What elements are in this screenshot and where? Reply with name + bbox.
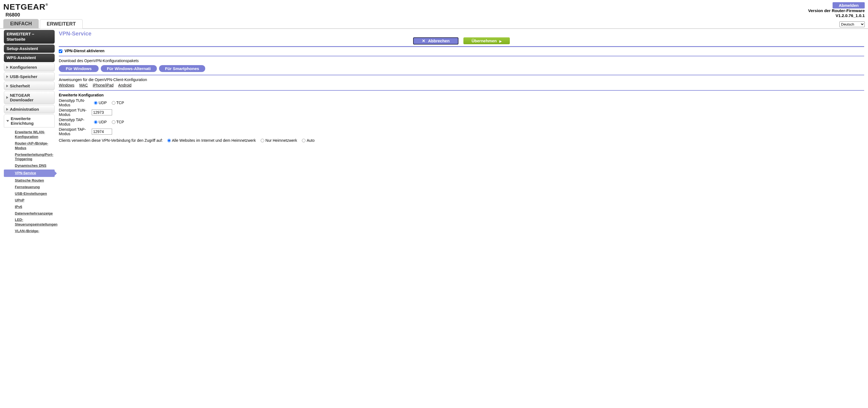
tap-tcp-radio[interactable] <box>112 120 115 124</box>
language-select[interactable]: Deutsch <box>839 22 865 27</box>
subnav-ipv6[interactable]: IPv6 <box>4 204 55 210</box>
subnav-static-routes[interactable]: Statische Routen <box>4 178 55 184</box>
close-icon: ✕ <box>422 38 426 43</box>
download-label: Download des OpenVPN-Konfigurationspaket… <box>59 59 864 63</box>
tun-tcp-label: TCP <box>117 100 124 105</box>
sidebar-configure[interactable]: Konfigurieren <box>4 63 55 71</box>
sidebar-wps-wizard[interactable]: WPS-Assistent <box>4 54 55 62</box>
subnav-router-mode[interactable]: Router-/AP-/Bridge-Modus <box>4 141 55 151</box>
subnav-vlan[interactable]: VLAN-/Bridge- <box>4 228 55 234</box>
subnav-upnp[interactable]: UPnP <box>4 197 55 203</box>
download-windows-alt-button[interactable]: Für Windows-Alternati <box>101 65 157 72</box>
download-windows-button[interactable]: Für Windows <box>59 65 99 72</box>
subnav-wlan[interactable]: Erweiterte WLAN-Konfiguration <box>4 129 55 140</box>
tun-tcp-radio[interactable] <box>112 101 115 105</box>
sidebar-subnav: Erweiterte WLAN-Konfiguration Router-/AP… <box>4 128 55 234</box>
link-windows[interactable]: Windows <box>59 83 74 87</box>
tap-port-input[interactable] <box>92 129 112 135</box>
chevron-right-icon <box>6 85 8 87</box>
instructions-label: Anweisungen für die OpenVPN-Client-Konfi… <box>59 77 864 82</box>
chevron-right-icon <box>6 108 8 111</box>
subnav-remote[interactable]: Fernsteuerung <box>4 184 55 190</box>
download-smartphones-button[interactable]: Für Smartphones <box>159 65 205 72</box>
sidebar-advanced-setup[interactable]: Erweiterte Einrichtung <box>4 114 55 127</box>
sidebar-administration[interactable]: Administration <box>4 105 55 114</box>
sidebar-setup-wizard[interactable]: Setup-Assistent <box>4 44 55 53</box>
tun-udp-radio[interactable] <box>94 101 97 105</box>
page-title: VPN-Service <box>59 31 864 37</box>
link-iphone[interactable]: iPhone/iPad <box>93 83 114 87</box>
sidebar-usb[interactable]: USB-Speicher <box>4 72 55 81</box>
subnav-led[interactable]: LED-Steuerungseinstellungen <box>4 217 55 227</box>
subnav-ddns[interactable]: Dynamisches DNS <box>4 163 55 169</box>
tap-port-label: Dienstport TAP-Modus <box>59 127 92 136</box>
access-home-label: Nur Heimnetzwerk <box>265 138 297 143</box>
firmware-info: Version der Router-Firmware V1.2.0.76_1.… <box>808 8 865 18</box>
tun-type-label: Diensttyp TUN-Modus <box>59 98 92 107</box>
tap-udp-radio[interactable] <box>94 120 97 124</box>
link-android[interactable]: Android <box>118 83 131 87</box>
sidebar: ERWEITERT – Startseite Setup-Assistent W… <box>0 29 55 235</box>
enable-vpn-label: VPN-Dienst aktivieren <box>65 49 105 53</box>
tap-tcp-label: TCP <box>117 120 124 124</box>
apply-button[interactable]: Übernehmen▶ <box>463 37 510 44</box>
chevron-right-icon <box>6 66 8 69</box>
enable-vpn-checkbox[interactable] <box>59 50 62 53</box>
chevron-right-icon <box>6 96 8 99</box>
tun-udp-label: UDP <box>99 100 107 105</box>
access-auto-label: Auto <box>307 138 314 143</box>
tap-udp-label: UDP <box>99 120 107 124</box>
chevron-down-icon <box>6 120 9 122</box>
access-auto-radio[interactable] <box>302 139 305 142</box>
sidebar-home[interactable]: ERWEITERT – Startseite <box>4 30 55 44</box>
tap-type-label: Diensttyp TAP-Modus <box>59 118 92 126</box>
access-home-radio[interactable] <box>261 139 264 142</box>
logout-button[interactable]: Abmelden <box>833 2 865 8</box>
model-label: R6800 <box>5 12 865 18</box>
arrow-right-icon: ▶ <box>499 39 502 43</box>
access-all-radio[interactable] <box>167 139 171 142</box>
subnav-usb-settings[interactable]: USB-Einstellungen <box>4 191 55 197</box>
access-label: Clients verwenden diese VPN-Verbindung f… <box>59 138 163 143</box>
chevron-right-icon <box>6 75 8 78</box>
subnav-traffic[interactable]: Datenverkehrsanzeige <box>4 211 55 217</box>
sidebar-downloader[interactable]: NETGEAR Downloader <box>4 91 55 104</box>
access-all-label: Alle Websites im Internet und dem Heimne… <box>172 138 256 143</box>
sidebar-security[interactable]: Sicherheit <box>4 82 55 90</box>
link-mac[interactable]: MAC <box>80 83 88 87</box>
subnav-vpn[interactable]: VPN-Service <box>4 169 55 177</box>
tun-port-label: Dienstport TUN-Modus <box>59 108 92 117</box>
tun-port-input[interactable] <box>92 109 112 116</box>
tab-advanced[interactable]: ERWEITERT <box>40 19 83 29</box>
subnav-port-forward[interactable]: Portweiterleitung/Port-Triggering <box>4 152 55 162</box>
brand-logo: NETGEAR® <box>3 2 865 11</box>
tab-basic[interactable]: EINFACH <box>3 19 39 28</box>
advanced-config-heading: Erweiterte Konfiguration <box>59 93 864 97</box>
cancel-button[interactable]: ✕Abbrechen <box>413 37 459 44</box>
